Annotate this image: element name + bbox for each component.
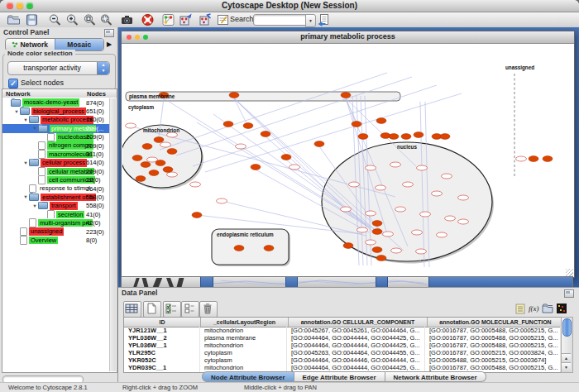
network-node[interactable] (445, 216, 456, 221)
network-node-selected[interactable] (281, 155, 291, 160)
network-node[interactable] (437, 232, 447, 237)
table-cell[interactable]: YPL036W__1 (124, 342, 200, 349)
search-input[interactable] (253, 14, 309, 26)
table-row[interactable]: YPL036W__1mitochondrion[GO:0044464, GO:0… (124, 342, 561, 349)
zoom-in-icon[interactable] (65, 13, 79, 26)
save-icon[interactable] (25, 13, 39, 26)
destroy-network-view-icon[interactable] (199, 13, 213, 26)
column-header[interactable]: _cellularLayoutRegion (201, 318, 289, 327)
create-attribute-icon[interactable] (143, 301, 161, 318)
network-node[interactable] (290, 165, 300, 170)
network-node[interactable] (395, 207, 406, 212)
network-node-selected[interactable] (352, 122, 361, 127)
column-header[interactable]: annotation.GO CELLULAR_COMPONENT (289, 318, 428, 327)
zoom-fit-icon[interactable] (99, 13, 113, 26)
table-row[interactable]: YLR295Ccytoplasm[GO:0045263, GO:0044464,… (124, 349, 561, 356)
table-cell[interactable]: cytoplasm (200, 349, 287, 356)
create-network-view-icon[interactable] (179, 13, 193, 26)
node-color-dropdown[interactable]: transporter activity ▲▼ (7, 61, 110, 75)
table-cell[interactable]: [GO:0016787, GO:0005488, GO:0005215, G..… (425, 342, 561, 349)
network-node-selected[interactable] (229, 93, 239, 98)
network-node[interactable] (349, 182, 360, 187)
table-cell[interactable]: YKR052C (124, 356, 200, 364)
select-nodes-checkbox[interactable]: ✓ (8, 79, 18, 88)
table-cell[interactable]: cytoplasm (200, 356, 287, 364)
tab-network-attribute-browser[interactable]: Network Attribute Browser (385, 371, 486, 382)
table-cell[interactable]: YDR039C__1 (124, 364, 200, 371)
tree-scrollbar[interactable] (109, 98, 116, 371)
disclosure-triangle-icon[interactable]: ▼ (31, 126, 38, 131)
network-node[interactable] (190, 182, 201, 187)
column-header[interactable]: annotation.GO MOLECULAR_FUNCTION (428, 318, 564, 327)
network-node-selected[interactable] (192, 213, 202, 218)
network-node-selected[interactable] (132, 155, 142, 161)
open-file-icon[interactable] (7, 13, 21, 26)
scrollbar-thumb[interactable] (562, 318, 572, 337)
network-node[interactable] (458, 219, 469, 224)
snapshot-icon[interactable] (120, 13, 134, 26)
table-cell[interactable]: mitochondrion (200, 342, 287, 349)
network-edge[interactable] (234, 98, 246, 123)
table-cell[interactable]: YPL036W__2 (124, 334, 200, 342)
tree-row-transport[interactable]: ▼transport558(0) (2, 202, 110, 210)
select-attributes-icon[interactable] (163, 301, 181, 318)
network-node-selected[interactable] (163, 167, 173, 173)
tab-edge-attribute-browser[interactable]: Edge Attribute Browser (294, 371, 385, 382)
tree-row-metabolic-process[interactable]: ▼metabolic process280(0) (2, 116, 110, 124)
tree-row-primary-metabo[interactable]: ▼primary metabo209(... (2, 124, 110, 132)
float-panel-icon[interactable] (104, 29, 114, 37)
tree-row-establishment-of-lo[interactable]: ▼establishment of lo558(0) (2, 193, 110, 201)
table-cell[interactable]: [GO:0005488, GO:0005215, GO:0003674] (425, 356, 561, 364)
network-node[interactable] (357, 227, 368, 232)
network-node-selected[interactable] (376, 118, 386, 124)
network-node-selected[interactable] (389, 134, 399, 140)
network-node[interactable] (341, 207, 352, 212)
notepad-icon[interactable] (514, 303, 526, 314)
network-node-selected[interactable] (251, 165, 261, 170)
network-node[interactable] (236, 144, 246, 149)
network-node-selected[interactable] (543, 156, 553, 162)
network-node-selected[interactable] (372, 229, 382, 235)
table-row[interactable]: YJR121W__1mitochondrion[GO:0045267, GO:0… (124, 327, 561, 334)
network-node[interactable] (390, 162, 401, 167)
table-cell[interactable]: [GO:0016787, GO:0005215, GO:0003824, G..… (425, 349, 561, 356)
network-node[interactable] (417, 165, 428, 170)
network-node[interactable] (412, 230, 423, 235)
table-cell[interactable]: YJR121W__1 (124, 327, 200, 334)
delete-attribute-icon[interactable] (199, 301, 218, 318)
table-row[interactable]: YPL036W__2plasma membrane[GO:0044464, GO… (124, 334, 561, 342)
network-node[interactable] (458, 195, 469, 200)
table-cell[interactable]: [GO:0044464, GO:0044446, GO:0044444, G..… (287, 356, 425, 364)
tree-row-macromolecule[interactable]: macromolecule311(0) (2, 150, 110, 158)
tab-scroll-right-icon[interactable]: ▶ (107, 41, 112, 48)
tree-row-nitrogen-compo[interactable]: nitrogen compo209(0) (2, 141, 110, 150)
network-window-title-bar[interactable]: primary metabolic process (122, 31, 574, 44)
import-folder-icon[interactable] (542, 303, 553, 314)
tree-row-response-to-stimul[interactable]: response to stimul264(0) (2, 184, 110, 193)
annotation-icon[interactable] (216, 13, 230, 26)
network-node-selected[interactable] (156, 160, 165, 166)
disclosure-triangle-icon[interactable]: ▼ (22, 194, 29, 199)
table-row[interactable]: YKR052Ccytoplasm[GO:0044464, GO:0044446,… (124, 356, 561, 364)
network-node[interactable] (366, 240, 376, 245)
matrix-icon[interactable] (556, 303, 567, 314)
network-node-selected[interactable] (529, 156, 538, 162)
network-node-selected[interactable] (358, 134, 368, 140)
network-node-selected[interactable] (341, 93, 351, 98)
function-builder-icon[interactable]: f(x) (528, 303, 539, 314)
tree-row-cellular-metabol[interactable]: cellular metabol209(0) (2, 167, 110, 175)
network-node-selected[interactable] (234, 246, 244, 251)
network-node-selected[interactable] (167, 149, 177, 155)
tree-row-nucleobase-[interactable]: nucleobase-209(0) (2, 133, 110, 141)
table-cell[interactable]: YLR295C (124, 349, 200, 356)
zoom-selected-icon[interactable] (83, 13, 97, 26)
disclosure-triangle-icon[interactable]: ▼ (31, 203, 38, 208)
network-node[interactable] (416, 249, 427, 254)
column-header[interactable]: ID (124, 318, 201, 327)
network-node[interactable] (442, 174, 452, 179)
float-panel-icon[interactable] (564, 289, 574, 298)
tab-node-attribute-browser[interactable]: Node Attribute Browser (202, 371, 294, 382)
network-node-selected[interactable] (136, 176, 146, 182)
network-edge[interactable] (346, 98, 356, 122)
network-node[interactable] (391, 248, 402, 253)
